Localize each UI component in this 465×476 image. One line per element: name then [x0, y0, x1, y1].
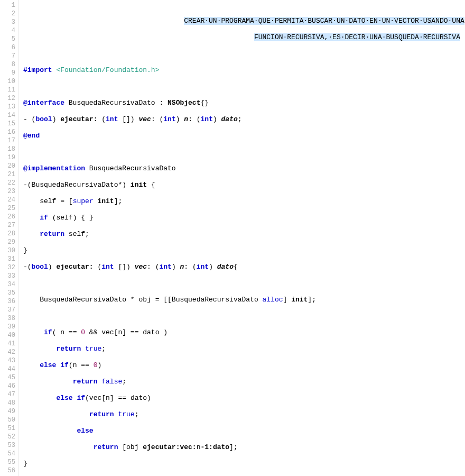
code-line: #import <Foundation/Foundation.h>	[23, 66, 465, 75]
code-line	[23, 279, 465, 288]
line-number: 31	[0, 255, 15, 263]
line-number: 43	[0, 356, 15, 365]
line-number: 8	[0, 60, 15, 69]
line-number: 42	[0, 348, 15, 356]
line-number: 55	[0, 458, 15, 466]
code-line: FUNCION·RECURSIVA,·ES·DECIR·UNA·BUSQUEDA…	[23, 33, 465, 42]
code-line: if (self) { }	[23, 214, 465, 222]
code-line: if( n == 0 && vec[n] == dato )	[23, 328, 465, 337]
code-line: - (bool) ejecutar: (int []) vec: (int) n…	[23, 115, 465, 124]
line-number: 1	[0, 1, 15, 10]
code-line: return self;	[23, 230, 465, 239]
line-number: 52	[0, 433, 15, 441]
line-number: 14	[0, 111, 15, 120]
line-number: 36	[0, 297, 15, 306]
line-number: 40	[0, 331, 15, 340]
line-number: 34	[0, 280, 15, 289]
line-number: 12	[0, 94, 15, 103]
line-number: 46	[0, 382, 15, 390]
line-number: 4	[0, 26, 15, 35]
line-number: 24	[0, 196, 15, 204]
code-line	[23, 50, 465, 58]
code-line: else if(n == 0)	[23, 361, 465, 370]
code-line: return false;	[23, 378, 465, 386]
code-line: self = [super init];	[23, 197, 465, 206]
line-number: 39	[0, 323, 15, 331]
code-line	[23, 83, 465, 91]
line-number: 10	[0, 77, 15, 86]
line-number: 48	[0, 399, 15, 407]
code-line	[23, 312, 465, 321]
line-number: 7	[0, 52, 15, 60]
code-line: return true;	[23, 345, 465, 353]
line-number: 27	[0, 221, 15, 230]
code-line: @implementation BusquedaRecursivaDato	[23, 164, 465, 173]
line-number: 9	[0, 69, 15, 77]
line-number: 38	[0, 314, 15, 323]
code-line: -(BusquedaRecursivaDato*) init {	[23, 181, 465, 189]
line-number: 33	[0, 272, 15, 280]
line-number: 30	[0, 246, 15, 255]
line-number: 2	[0, 10, 15, 18]
line-number: 3	[0, 18, 15, 26]
code-line: }	[23, 246, 465, 255]
line-number: 20	[0, 162, 15, 170]
code-line: -(bool) ejecutar: (int []) vec: (int) n:…	[23, 263, 465, 271]
line-number: 25	[0, 204, 15, 213]
line-number: 15	[0, 120, 15, 128]
line-number: 18	[0, 145, 15, 153]
line-number: 49	[0, 407, 15, 416]
line-number-gutter: 1234567891011121314151617181920212223242…	[0, 0, 19, 476]
line-number: 35	[0, 289, 15, 297]
line-number: 23	[0, 187, 15, 196]
code-area[interactable]: tutorias.co CREAR·UN·PROGRAMA·QUE·PERMIT…	[19, 0, 465, 476]
code-line: @end	[23, 132, 465, 140]
line-number: 56	[0, 466, 15, 475]
line-number: 13	[0, 103, 15, 111]
line-number: 53	[0, 441, 15, 450]
line-number: 45	[0, 373, 15, 382]
line-number: 51	[0, 424, 15, 433]
line-number: 5	[0, 35, 15, 43]
line-number: 32	[0, 263, 15, 272]
line-number: 41	[0, 340, 15, 348]
code-line: else if(vec[n] == dato)	[23, 394, 465, 402]
code-line: CREAR·UN·PROGRAMA·QUE·PERMITA·BUSCAR·UN·…	[23, 17, 465, 25]
code-line: else	[23, 427, 465, 435]
line-number: 17	[0, 136, 15, 145]
line-number: 21	[0, 170, 15, 179]
code-line: @interface BusquedaRecursivaDato : NSObj…	[23, 99, 465, 107]
code-editor[interactable]: 1234567891011121314151617181920212223242…	[0, 0, 465, 476]
line-number: 11	[0, 86, 15, 94]
code-line: return [obj ejecutar:vec:n-1:dato];	[23, 443, 465, 452]
code-line: return true;	[23, 410, 465, 419]
line-number: 54	[0, 450, 15, 458]
code-line: BusquedaRecursivaDato * obj = [[Busqueda…	[23, 296, 465, 304]
line-number: 37	[0, 306, 15, 314]
code-line	[23, 148, 465, 157]
code-line: }	[23, 460, 465, 468]
line-number: 26	[0, 213, 15, 221]
line-number: 29	[0, 238, 15, 246]
line-number: 47	[0, 390, 15, 399]
line-number: 16	[0, 128, 15, 136]
line-number: 44	[0, 365, 15, 373]
line-number: 50	[0, 416, 15, 424]
line-number: 22	[0, 179, 15, 187]
line-number: 19	[0, 153, 15, 162]
line-number: 6	[0, 43, 15, 52]
line-number: 28	[0, 230, 15, 238]
